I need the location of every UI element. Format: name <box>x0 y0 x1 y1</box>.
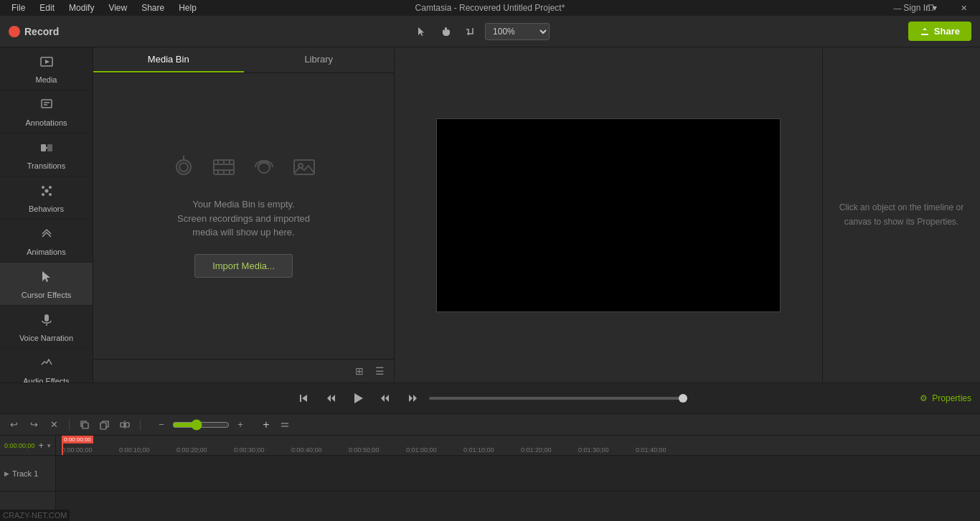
menu-file[interactable]: File <box>6 1 31 14</box>
watermark: CRAZY-NET.COM <box>0 510 70 521</box>
track-main-area: 0:00:00;00 0:00:10;00 0:00:20;00 0:00:30… <box>56 436 980 521</box>
ruler-tick-5: 0:00:50;00 <box>349 446 406 454</box>
sidebar-item-transitions[interactable]: Transitions <box>0 133 93 177</box>
svg-rect-43 <box>121 423 124 427</box>
step-back-button[interactable] <box>320 388 341 409</box>
left-sidebar: Media Annotations Transitions Behaviors … <box>0 47 93 382</box>
media-icon <box>39 55 54 72</box>
svg-rect-32 <box>300 395 301 402</box>
paste-button[interactable] <box>97 417 113 433</box>
maximize-button[interactable]: ❐ <box>914 0 947 16</box>
toolbar: Record 25%50%75%100%150%200%Fit Share <box>0 16 980 47</box>
collapse-all-button[interactable] <box>277 417 293 433</box>
menu-share[interactable]: Share <box>136 1 170 14</box>
window-controls: — ❐ ✕ <box>881 0 980 16</box>
sidebar-item-voice-narration[interactable]: Voice Narration <box>0 306 93 349</box>
properties-panel: Click an object on the timeline or canva… <box>822 47 980 382</box>
split-button[interactable] <box>117 417 133 433</box>
svg-marker-37 <box>385 395 389 402</box>
hand-tool-button[interactable] <box>436 22 456 42</box>
next-frame-button[interactable] <box>402 388 423 409</box>
ruler-tick-7: 0:01:10;00 <box>463 446 521 454</box>
add-track-button[interactable]: + <box>258 417 274 433</box>
svg-marker-0 <box>418 27 424 36</box>
playhead-time-label: 0:00:00;00 <box>62 436 93 443</box>
track-1-label: ▶ Track 1 <box>0 456 55 492</box>
track-side-collapse[interactable]: ▾ <box>47 442 51 449</box>
play-button[interactable] <box>347 388 369 409</box>
progress-track[interactable] <box>429 397 687 400</box>
ruler-tick-10: 0:01:40;00 <box>636 446 693 454</box>
tab-media-bin[interactable]: Media Bin <box>93 47 244 72</box>
tab-library[interactable]: Library <box>244 47 395 72</box>
app-title: Camtasia - Recovered Untitled Project* <box>415 3 565 13</box>
menu-modify[interactable]: Modify <box>63 1 100 14</box>
media-panel: Media Bin Library <box>93 47 395 382</box>
track-add-small-button[interactable]: + <box>38 441 44 451</box>
share-button[interactable]: Share <box>908 22 971 41</box>
sidebar-item-media[interactable]: Media <box>0 47 93 90</box>
sidebar-animations-label: Animations <box>27 248 65 256</box>
annotations-icon <box>39 98 54 116</box>
sidebar-item-cursor-effects[interactable]: Cursor Effects <box>0 263 93 306</box>
prev-frame-button[interactable] <box>374 388 396 409</box>
delete-button[interactable]: ✕ <box>46 417 62 433</box>
zoom-out-button[interactable]: − <box>154 417 169 433</box>
record-dot <box>9 26 20 37</box>
select-tool-button[interactable] <box>412 22 432 42</box>
timeline-empty-area[interactable] <box>56 492 980 521</box>
track-1-name: Track 1 <box>12 469 38 478</box>
zoom-in-button[interactable]: + <box>232 417 248 433</box>
svg-rect-7 <box>47 144 52 151</box>
ruler-tick-8: 0:01:20;00 <box>521 446 578 454</box>
menu-bar: File Edit Modify View Share Help Camtasi… <box>0 0 980 16</box>
track-1-content[interactable] <box>56 456 980 492</box>
redo-button[interactable]: ↪ <box>26 417 42 433</box>
playhead-line <box>62 436 63 455</box>
svg-point-10 <box>49 186 52 189</box>
canvas-area[interactable] <box>395 47 822 382</box>
svg-marker-33 <box>302 395 307 402</box>
sidebar-item-annotations[interactable]: Annotations <box>0 90 93 133</box>
media-view-controls: ⊞ ☰ <box>93 359 394 382</box>
crop-tool-button[interactable] <box>461 22 481 42</box>
properties-gear-icon: ⚙ <box>920 393 928 403</box>
ruler-tick-6: 0:01:00;00 <box>406 446 463 454</box>
zoom-select[interactable]: 25%50%75%100%150%200%Fit <box>485 23 550 40</box>
record-button[interactable]: Record <box>9 26 59 37</box>
zoom-container: − + <box>154 417 248 433</box>
sidebar-transitions-label: Transitions <box>27 161 65 170</box>
canvas-preview <box>436 118 781 312</box>
sidebar-media-label: Media <box>36 75 57 84</box>
grid-view-button[interactable]: ⊞ <box>351 362 368 380</box>
zoom-slider[interactable] <box>172 419 230 431</box>
svg-rect-44 <box>126 423 129 427</box>
sidebar-item-behaviors[interactable]: Behaviors <box>0 177 93 220</box>
menu-help[interactable]: Help <box>173 1 202 14</box>
sidebar-behaviors-label: Behaviors <box>29 205 64 213</box>
properties-bar[interactable]: ⚙ Properties <box>920 393 971 403</box>
toolbar-center: 25%50%75%100%150%200%Fit <box>412 22 550 42</box>
record-label: Record <box>24 26 59 37</box>
film-icon <box>211 154 237 183</box>
progress-container[interactable] <box>429 397 687 400</box>
timeline-ruler[interactable]: 0:00:00;00 0:00:10;00 0:00:20;00 0:00:30… <box>56 436 980 456</box>
list-view-button[interactable]: ☰ <box>371 362 388 380</box>
import-media-button[interactable]: Import Media... <box>194 254 293 278</box>
menu-edit[interactable]: Edit <box>34 1 60 14</box>
close-button[interactable]: ✕ <box>947 0 980 16</box>
properties-text[interactable]: Properties <box>932 393 971 403</box>
menu-view[interactable]: View <box>103 1 133 14</box>
minimize-button[interactable]: — <box>881 0 914 16</box>
toolbar-separator-1 <box>69 419 70 431</box>
sidebar-voice-narration-label: Voice Narration <box>19 334 73 342</box>
cursor-effects-icon <box>39 270 54 288</box>
undo-button[interactable]: ↩ <box>6 417 22 433</box>
go-to-start-button[interactable] <box>293 388 314 409</box>
media-empty-text: Your Media Bin is empty.Screen recording… <box>177 197 310 240</box>
sidebar-item-audio-effects[interactable]: Audio Effects <box>0 349 93 382</box>
progress-knob[interactable] <box>679 394 687 403</box>
main-layout: Media Annotations Transitions Behaviors … <box>0 47 980 382</box>
copy-button[interactable] <box>77 417 93 433</box>
sidebar-item-animations[interactable]: Animations <box>0 220 93 263</box>
